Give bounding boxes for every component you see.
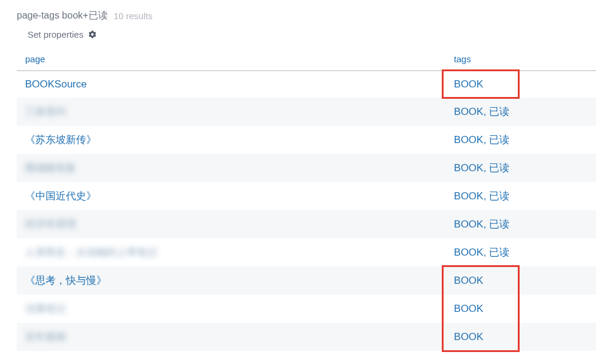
- page-link[interactable]: 活着笔记: [25, 302, 66, 316]
- table-row: 经济学原理BOOK, 已读: [17, 210, 596, 238]
- table-row: BOOKSourceBOOK: [17, 71, 596, 98]
- table-row: 围城随笔集BOOK, 已读: [17, 154, 596, 182]
- table-row: 《中国近代史》BOOK, 已读: [17, 182, 596, 210]
- page-link[interactable]: 《苏东坡新传》: [25, 134, 96, 145]
- results-table: page tags BOOKSourceBOOK三体系列BOOK, 已读《苏东坡…: [17, 48, 596, 351]
- tags-value[interactable]: BOOK, 已读: [454, 106, 509, 117]
- tags-value[interactable]: BOOK, 已读: [454, 134, 509, 145]
- table-row: 活着笔记BOOK: [17, 295, 596, 323]
- table-row: 人类简史：从动物到上帝笔记BOOK, 已读: [17, 238, 596, 266]
- table-row: 三体系列BOOK, 已读: [17, 98, 596, 126]
- tags-value[interactable]: BOOK: [454, 275, 483, 286]
- set-properties-label: Set properties: [28, 29, 83, 40]
- query-title: page-tags book+已读: [17, 10, 108, 22]
- set-properties-button[interactable]: Set properties: [28, 29, 97, 40]
- tags-value[interactable]: BOOK, 已读: [454, 219, 509, 230]
- page-link[interactable]: BOOKSource: [25, 78, 87, 90]
- table-row: 《思考，快与慢》BOOK: [17, 266, 596, 295]
- page-link[interactable]: 人类简史：从动物到上帝笔记: [25, 245, 157, 259]
- tags-value[interactable]: BOOK, 已读: [454, 162, 509, 174]
- tags-value[interactable]: BOOK: [454, 78, 483, 90]
- page-link[interactable]: 三体系列: [25, 105, 66, 119]
- column-header-page[interactable]: page: [17, 48, 445, 71]
- table-row: 《苏东坡新传》BOOK, 已读: [17, 126, 596, 154]
- page-link[interactable]: 百年孤独: [25, 330, 66, 344]
- tags-value[interactable]: BOOK: [454, 303, 483, 314]
- tags-value[interactable]: BOOK, 已读: [454, 247, 509, 258]
- tags-value[interactable]: BOOK: [454, 331, 483, 342]
- page-link[interactable]: 经济学原理: [25, 217, 76, 231]
- gear-icon: [88, 30, 97, 39]
- result-count: 10 results: [114, 11, 153, 21]
- tags-value[interactable]: BOOK, 已读: [454, 190, 509, 202]
- page-link[interactable]: 《中国近代史》: [25, 190, 96, 202]
- column-header-tags[interactable]: tags: [445, 48, 596, 71]
- page-link[interactable]: 《思考，快与慢》: [25, 275, 107, 286]
- table-row: 百年孤独BOOK: [17, 323, 596, 351]
- page-link[interactable]: 围城随笔集: [25, 161, 76, 175]
